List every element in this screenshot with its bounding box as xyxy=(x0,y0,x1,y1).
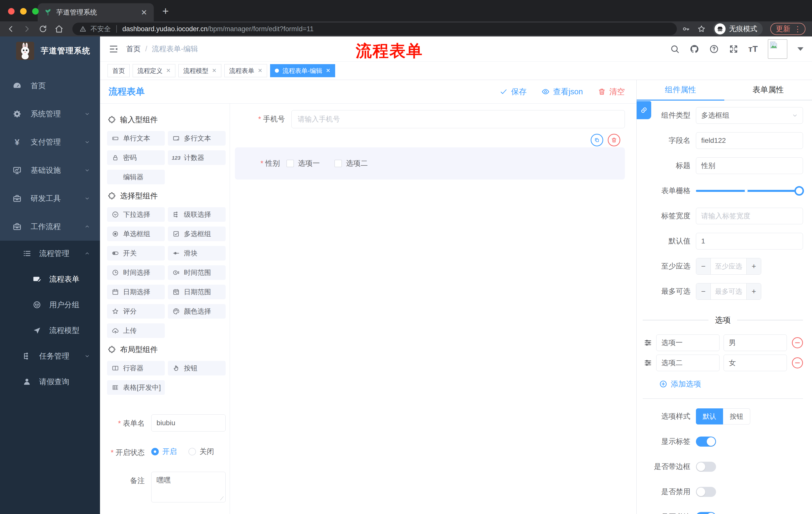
label-width-input[interactable] xyxy=(696,208,803,224)
tag-流程表单[interactable]: 流程表单✕ xyxy=(224,64,267,77)
palette-chip-日期选择[interactable]: 日期选择 xyxy=(107,285,165,299)
fullscreen-icon[interactable] xyxy=(729,44,738,54)
tag-close-icon[interactable]: ✕ xyxy=(166,67,171,74)
tab-form-props[interactable]: 表单属性 xyxy=(724,80,812,101)
form-name-input[interactable] xyxy=(151,414,226,432)
close-window-button[interactable] xyxy=(8,8,14,15)
sidebar-item-4[interactable]: 研发工具 xyxy=(0,184,100,213)
link-tag-button[interactable] xyxy=(637,101,651,119)
plus-button[interactable]: + xyxy=(747,258,761,274)
sidebar-logo[interactable]: 芋道管理系统 xyxy=(0,36,100,65)
tag-首页[interactable]: 首页 xyxy=(108,64,129,77)
form-grid-slider[interactable] xyxy=(696,186,803,196)
browser-tab[interactable]: 芋道管理系统 ✕ xyxy=(38,3,154,21)
avatar-caret-icon[interactable] xyxy=(798,47,804,51)
delete-component-button[interactable] xyxy=(608,134,620,146)
toggle-显示标签[interactable] xyxy=(696,437,716,447)
palette-chip-多选框组[interactable]: 多选框组 xyxy=(168,226,226,241)
palette-chip-单选框组[interactable]: 单选框组 xyxy=(107,226,165,241)
toggle-是否带边框[interactable] xyxy=(696,462,716,472)
default-value-input[interactable] xyxy=(696,233,803,249)
palette-chip-表格[开发中][interactable]: 表格[开发中] xyxy=(107,380,165,395)
tag-close-icon[interactable]: ✕ xyxy=(326,67,330,74)
font-size-icon[interactable]: ᴛT xyxy=(749,44,758,54)
minimize-window-button[interactable] xyxy=(20,8,27,15)
form-remark-textarea[interactable]: 嘿嘿 xyxy=(151,472,226,503)
title-input[interactable] xyxy=(696,157,803,174)
sidebar-subitem-1[interactable]: 流程表单 xyxy=(0,266,100,292)
option-style-默认[interactable]: 默认 xyxy=(696,408,723,425)
minus-button[interactable]: − xyxy=(696,258,711,274)
palette-chip-时间选择[interactable]: 时间选择 xyxy=(107,265,165,280)
copy-component-button[interactable] xyxy=(591,134,603,146)
palette-chip-颜色选择[interactable]: 颜色选择 xyxy=(168,304,226,319)
radio-status-off[interactable]: 关闭 xyxy=(188,447,214,457)
forward-icon[interactable] xyxy=(23,25,31,33)
plus-button[interactable]: + xyxy=(747,283,761,299)
browser-menu-icon[interactable]: ⋮ xyxy=(794,25,802,33)
address-bar[interactable]: 不安全 dashboard.yudao.iocoder.cn/bpm/manag… xyxy=(72,23,677,35)
palette-chip-上传[interactable]: 上传 xyxy=(107,323,165,338)
min-select-value[interactable]: 至少应选 xyxy=(711,258,747,274)
palette-chip-行容器[interactable]: 行容器 xyxy=(107,361,165,375)
palette-chip-级联选择[interactable]: 级联选择 xyxy=(168,207,226,222)
sidebar-subitem-5[interactable]: 请假查询 xyxy=(0,369,100,395)
option-style-按钮[interactable]: 按钮 xyxy=(723,408,750,425)
palette-chip-下拉选择[interactable]: 下拉选择 xyxy=(107,207,165,222)
toggle-是否必填[interactable] xyxy=(696,512,716,514)
browser-update-button[interactable]: 更新 ⋮ xyxy=(770,23,806,35)
breadcrumb-home[interactable]: 首页 xyxy=(126,44,141,54)
back-icon[interactable] xyxy=(6,25,15,33)
component-type-value[interactable] xyxy=(696,107,803,124)
palette-chip-开关[interactable]: 开关 xyxy=(107,246,165,261)
remove-option-button[interactable] xyxy=(792,337,803,348)
bookmark-star-icon[interactable] xyxy=(697,25,705,33)
reload-icon[interactable] xyxy=(39,25,47,33)
sidebar-item-1[interactable]: 系统管理 xyxy=(0,100,100,128)
checkbox-box[interactable] xyxy=(286,160,294,167)
palette-chip-计数器[interactable]: 123计数器 xyxy=(168,151,226,165)
field-name-input[interactable] xyxy=(696,132,803,149)
home-icon[interactable] xyxy=(55,25,63,33)
minus-button[interactable]: − xyxy=(696,283,711,299)
palette-chip-日期范围[interactable]: 日期范围 xyxy=(168,285,226,299)
sidebar-item-5[interactable]: 工作流程 xyxy=(0,213,100,241)
zoom-window-button[interactable] xyxy=(32,8,39,15)
palette-chip-单行文本[interactable]: 单行文本 xyxy=(107,131,165,145)
tag-流程表单-编辑[interactable]: 流程表单-编辑✕ xyxy=(270,64,335,77)
save-button[interactable]: 保存 xyxy=(500,86,527,97)
resize-grip-icon[interactable]: ⟋ xyxy=(220,496,224,502)
option-label-input[interactable] xyxy=(656,355,720,371)
view-json-button[interactable]: 查看json xyxy=(542,86,583,97)
remove-option-button[interactable] xyxy=(792,357,803,369)
github-icon[interactable] xyxy=(690,44,699,54)
phone-input[interactable] xyxy=(291,110,625,128)
checkbox-选项一[interactable]: 选项一 xyxy=(286,158,320,168)
palette-chip-密码[interactable]: 密码 xyxy=(107,151,165,165)
radio-status-on[interactable]: 开启 xyxy=(151,447,177,457)
new-tab-button[interactable]: + xyxy=(162,5,169,17)
toggle-是否禁用[interactable] xyxy=(696,487,716,497)
sidebar-subitem-4[interactable]: 任务管理 xyxy=(0,343,100,369)
sidebar-item-3[interactable]: 基础设施 xyxy=(0,156,100,184)
hamburger-icon[interactable] xyxy=(109,44,119,54)
user-avatar[interactable] xyxy=(768,39,787,59)
palette-chip-按钮[interactable]: 按钮 xyxy=(168,361,226,375)
tag-流程定义[interactable]: 流程定义✕ xyxy=(133,64,175,77)
tag-流程模型[interactable]: 流程模型✕ xyxy=(178,64,221,77)
phone-field-row[interactable]: 手机号 xyxy=(235,110,625,128)
sidebar-item-0[interactable]: 首页 xyxy=(0,72,100,100)
checkbox-选项二[interactable]: 选项二 xyxy=(335,158,368,168)
tab-close-icon[interactable]: ✕ xyxy=(141,8,147,17)
sidebar-subitem-3[interactable]: 流程模型 xyxy=(0,318,100,343)
slider-thumb[interactable] xyxy=(794,186,804,196)
help-icon[interactable] xyxy=(709,44,719,54)
tab-component-props[interactable]: 组件属性 xyxy=(637,80,724,101)
max-select-value[interactable]: 最多可选 xyxy=(711,283,747,299)
checkbox-box[interactable] xyxy=(335,160,342,167)
palette-chip-时间范围[interactable]: 时间范围 xyxy=(168,265,226,280)
form-canvas[interactable]: 手机号 性别 选项一选项二 xyxy=(230,104,636,514)
slider-track[interactable] xyxy=(696,190,803,192)
tag-close-icon[interactable]: ✕ xyxy=(212,67,216,74)
palette-chip-多行文本[interactable]: 多行文本 xyxy=(168,131,226,145)
